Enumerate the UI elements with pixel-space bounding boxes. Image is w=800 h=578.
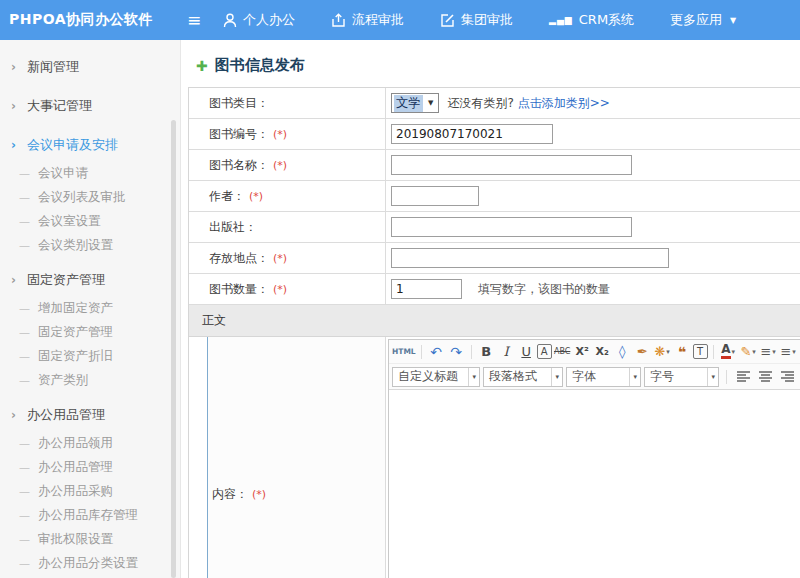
sidebar-item-meeting-category-settings[interactable]: —会议类别设置 [0,233,180,257]
nav-group-approval[interactable]: 集团审批 [440,11,513,29]
custom-title-combo[interactable]: 自定义标题▾ [392,367,480,387]
sidebar: ›新闻管理 ›大事记管理 ›会议申请及安排 —会议申请 —会议列表及审批 —会议… [0,40,181,578]
auto-typeset-button[interactable]: ❋▾ [653,342,672,361]
sidebar-item-label: 大事记管理 [27,97,92,115]
sidebar-item-approval-permission-settings[interactable]: —审批权限设置 [0,527,180,551]
main-content: ✚ 图书信息发布 图书类目： 文学 ▼ 还没有类别? 点击添加类别>> [181,40,800,578]
redo-button[interactable]: ↷ [447,342,466,361]
sidebar-item-supplies-requisition[interactable]: —办公用品领用 [0,431,180,455]
nav-more-apps[interactable]: 更多应用 ▼ [670,11,736,29]
sidebar-group-office-supplies[interactable]: ›办公用品管理 [0,399,180,431]
sidebar-group-meetings[interactable]: ›会议申请及安排 [0,129,180,161]
font-color-button[interactable]: A▾ [719,342,738,361]
editor-content-area[interactable] [389,390,800,578]
superscript-button[interactable]: X² [573,342,592,361]
dash-icon: — [19,350,30,363]
sidebar-item-fixed-asset-depreciation[interactable]: —固定资产折旧 [0,344,180,368]
sidebar-item-add-fixed-asset[interactable]: —增加固定资产 [0,296,180,320]
sidebar-item-meeting-apply[interactable]: —会议申请 [0,161,180,185]
sidebar-item-asset-category[interactable]: —资产类别 [0,368,180,392]
sidebar-group-events[interactable]: ›大事记管理 [0,90,180,122]
sidebar-item-label: 增加固定资产 [38,300,113,317]
sidebar-item-meeting-room-settings[interactable]: —会议室设置 [0,209,180,233]
chevron-down-icon: ▾ [732,348,736,356]
dash-icon: — [19,215,30,228]
book-no-input[interactable] [391,124,553,144]
publisher-input[interactable] [391,217,632,237]
label-text: 图书编号： [209,126,269,143]
sidebar-item-label: 会议室设置 [38,213,101,230]
underline-button[interactable]: U [517,342,536,361]
align-center-button[interactable] [756,367,775,386]
align-center-icon [759,371,772,382]
sidebar-group-fixed-assets[interactable]: ›固定资产管理 [0,264,180,296]
sidebar-item-label: 固定资产管理 [38,324,113,341]
author-input[interactable] [391,186,479,206]
label-text: 出版社： [209,219,257,236]
char-border-button[interactable]: A [537,344,552,359]
font-size-combo[interactable]: 字号▾ [644,367,719,387]
sidebar-item-label: 会议申请及安排 [27,136,118,154]
undo-button[interactable]: ↶ [427,342,446,361]
chevron-down-icon: ▾ [666,348,670,356]
bold-button[interactable]: B [477,342,496,361]
nav-personal-office[interactable]: 个人办公 [223,11,295,29]
separator [471,345,472,359]
sidebar-item-fixed-asset-management[interactable]: —固定资产管理 [0,320,180,344]
align-right-icon [781,371,794,382]
sidebar-item-meeting-list-approval[interactable]: —会议列表及审批 [0,185,180,209]
dash-icon: — [19,302,30,315]
field-value [386,243,800,273]
highlight-color-button[interactable]: ✎▾ [739,342,758,361]
sidebar-scrollbar[interactable] [171,120,176,578]
blockquote-button[interactable]: ❝ [673,342,692,361]
eraser-button[interactable]: ◊ [613,342,632,361]
menu-toggle-icon[interactable]: ≡ [181,10,215,30]
chevron-right-icon: › [11,273,16,287]
nav-workflow-approval[interactable]: 流程审批 [331,11,404,29]
field-value: 填写数字，该图书的数量 [386,274,800,304]
sidebar-item-supplies-purchase[interactable]: —办公用品采购 [0,479,180,503]
bullet-list-button[interactable]: ≡▾ [779,342,798,361]
subscript-button[interactable]: X₂ [593,342,612,361]
sidebar-item-label: 会议类别设置 [38,237,113,254]
required-mark: (*) [252,488,266,501]
required-mark: (*) [273,283,287,296]
italic-button[interactable]: I [497,342,516,361]
format-brush-button[interactable]: ✒ [633,342,652,361]
auto-typeset-icon: ❋ [654,344,665,359]
sidebar-group-news[interactable]: ›新闻管理 [0,51,180,83]
nav-crm-system[interactable]: ▂▄▆ CRM系统 [549,11,634,29]
align-left-button[interactable] [734,367,753,386]
field-value: 文学 ▼ 还没有类别? 点击添加类别>> [386,88,800,118]
strikethrough-button[interactable]: ABC [553,342,572,361]
combo-value: 字体 [572,368,596,385]
align-right-button[interactable] [778,367,797,386]
ordered-list-button[interactable]: ≡▾ [759,342,778,361]
chevron-right-icon: › [11,99,16,113]
chevron-down-icon: ▾ [551,368,562,386]
dash-icon: — [19,167,30,180]
location-input[interactable] [391,248,669,268]
row-publisher: 出版社： [189,212,800,243]
book-name-input[interactable] [391,155,632,175]
paste-as-text-button[interactable]: T [693,344,708,359]
separator [713,345,714,359]
category-select[interactable]: 文学 ▼ [391,93,439,113]
dash-icon: — [19,533,30,546]
category-hint: 还没有类别? [447,95,513,112]
quantity-input[interactable] [391,279,462,299]
label-text: 图书名称： [209,157,269,174]
app-logo[interactable]: PHPOA协同办公软件 [0,11,181,29]
font-family-combo[interactable]: 字体▾ [566,367,641,387]
row-location: 存放地点： (*) [189,243,800,274]
sidebar-item-supplies-inventory[interactable]: —办公用品库存管理 [0,503,180,527]
chevron-right-icon: › [11,408,16,422]
html-source-button[interactable]: HTML [392,342,416,361]
field-value [386,181,800,211]
add-category-link[interactable]: 点击添加类别>> [518,95,610,112]
chevron-down-icon: ▾ [707,368,718,386]
sidebar-item-supplies-management[interactable]: —办公用品管理 [0,455,180,479]
paragraph-format-combo[interactable]: 段落格式▾ [483,367,563,387]
sidebar-item-supplies-category-settings[interactable]: —办公用品分类设置 [0,551,180,575]
